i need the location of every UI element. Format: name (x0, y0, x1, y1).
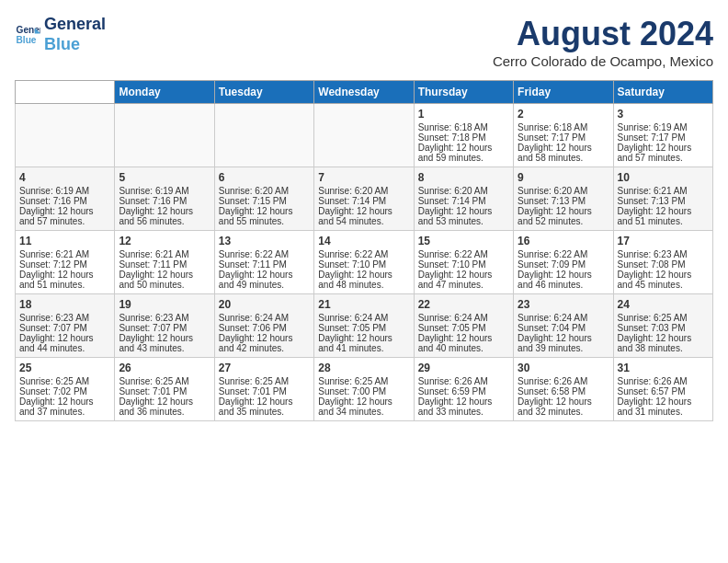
calendar-cell: 14Sunrise: 6:22 AMSunset: 7:10 PMDayligh… (314, 231, 414, 294)
weekday-header: Saturday (613, 81, 712, 104)
day-info: Sunset: 7:18 PM (418, 132, 509, 143)
day-info: and 55 minutes. (219, 216, 310, 226)
day-info: Daylight: 12 hours (119, 333, 210, 343)
calendar-table: SundayMondayTuesdayWednesdayThursdayFrid… (15, 80, 713, 421)
day-info: Sunrise: 6:24 AM (318, 313, 409, 323)
day-number: 1 (418, 108, 509, 121)
day-number: 27 (219, 362, 310, 374)
day-info: and 48 minutes. (318, 280, 409, 290)
day-info: Sunrise: 6:23 AM (618, 249, 709, 259)
day-info: Sunrise: 6:22 AM (219, 249, 310, 259)
day-info: Daylight: 12 hours (318, 396, 409, 407)
day-info: Sunrise: 6:26 AM (518, 376, 609, 386)
weekday-header: Monday (115, 81, 214, 104)
logo-general: General (44, 15, 106, 35)
day-number: 7 (318, 171, 409, 184)
day-number: 3 (618, 108, 709, 121)
day-info: Sunset: 7:11 PM (119, 259, 210, 270)
day-info: and 34 minutes. (318, 407, 409, 417)
day-info: Sunrise: 6:25 AM (219, 376, 310, 386)
day-info: Sunrise: 6:19 AM (19, 186, 110, 196)
calendar-cell (314, 104, 414, 167)
day-number: 22 (418, 298, 509, 311)
day-info: and 57 minutes. (19, 216, 110, 226)
day-info: Daylight: 12 hours (119, 270, 210, 280)
day-info: Daylight: 12 hours (219, 396, 310, 407)
day-info: Sunrise: 6:20 AM (518, 186, 609, 196)
day-number: 29 (418, 362, 509, 374)
day-info: and 51 minutes. (19, 280, 110, 290)
calendar-cell: 12Sunrise: 6:21 AMSunset: 7:11 PMDayligh… (115, 231, 214, 294)
calendar-cell: 6Sunrise: 6:20 AMSunset: 7:15 PMDaylight… (214, 167, 313, 231)
day-info: and 33 minutes. (418, 407, 509, 417)
day-info: and 58 minutes. (518, 153, 609, 163)
calendar-cell: 25Sunrise: 6:25 AMSunset: 7:02 PMDayligh… (16, 358, 115, 421)
day-info: Daylight: 12 hours (418, 206, 509, 216)
day-info: Daylight: 12 hours (219, 206, 310, 216)
day-info: Sunrise: 6:20 AM (219, 186, 310, 196)
day-info: Sunset: 7:10 PM (318, 259, 409, 270)
calendar-cell: 24Sunrise: 6:25 AMSunset: 7:03 PMDayligh… (613, 294, 712, 358)
day-info: Daylight: 12 hours (219, 333, 310, 343)
day-info: Sunrise: 6:24 AM (219, 313, 310, 323)
day-info: Daylight: 12 hours (318, 206, 409, 216)
weekday-header: Thursday (414, 81, 513, 104)
month-title: August 2024 (493, 15, 713, 53)
day-info: and 52 minutes. (518, 216, 609, 226)
day-info: and 44 minutes. (19, 343, 110, 353)
day-info: Sunrise: 6:21 AM (618, 186, 709, 196)
day-info: Sunset: 7:12 PM (19, 259, 110, 270)
day-info: Daylight: 12 hours (518, 143, 609, 153)
calendar-cell (115, 104, 214, 167)
day-info: and 57 minutes. (618, 153, 709, 163)
day-info: Sunset: 7:14 PM (418, 196, 509, 206)
day-number: 12 (119, 235, 210, 247)
day-info: Sunset: 7:14 PM (318, 196, 409, 206)
day-number: 14 (318, 235, 409, 247)
calendar-cell: 9Sunrise: 6:20 AMSunset: 7:13 PMDaylight… (514, 167, 613, 231)
day-number: 4 (19, 171, 110, 184)
day-number: 13 (219, 235, 310, 247)
day-info: Sunset: 6:59 PM (418, 386, 509, 396)
day-number: 19 (119, 298, 210, 311)
day-info: Sunset: 7:13 PM (518, 196, 609, 206)
calendar-week-row: 4Sunrise: 6:19 AMSunset: 7:16 PMDaylight… (16, 167, 713, 231)
day-info: and 39 minutes. (518, 343, 609, 353)
day-info: and 51 minutes. (618, 216, 709, 226)
calendar-cell: 16Sunrise: 6:22 AMSunset: 7:09 PMDayligh… (514, 231, 613, 294)
calendar-week-row: 1Sunrise: 6:18 AMSunset: 7:18 PMDaylight… (16, 104, 713, 167)
day-info: Daylight: 12 hours (19, 396, 110, 407)
day-info: and 56 minutes. (119, 216, 210, 226)
calendar-cell (16, 104, 115, 167)
calendar-week-row: 11Sunrise: 6:21 AMSunset: 7:12 PMDayligh… (16, 231, 713, 294)
day-info: Sunset: 7:08 PM (618, 259, 709, 270)
day-info: Sunset: 7:11 PM (219, 259, 310, 270)
weekday-row: SundayMondayTuesdayWednesdayThursdayFrid… (16, 81, 713, 104)
calendar-cell: 19Sunrise: 6:23 AMSunset: 7:07 PMDayligh… (115, 294, 214, 358)
calendar-cell: 10Sunrise: 6:21 AMSunset: 7:13 PMDayligh… (613, 167, 712, 231)
day-info: Daylight: 12 hours (19, 333, 110, 343)
day-info: Sunset: 7:17 PM (618, 132, 709, 143)
calendar-cell: 21Sunrise: 6:24 AMSunset: 7:05 PMDayligh… (314, 294, 414, 358)
logo: General Blue General Blue (15, 15, 106, 54)
day-info: Daylight: 12 hours (418, 396, 509, 407)
day-info: Daylight: 12 hours (418, 143, 509, 153)
day-number: 6 (219, 171, 310, 184)
calendar-cell: 20Sunrise: 6:24 AMSunset: 7:06 PMDayligh… (214, 294, 313, 358)
calendar-cell: 23Sunrise: 6:24 AMSunset: 7:04 PMDayligh… (514, 294, 613, 358)
day-info: Daylight: 12 hours (518, 396, 609, 407)
day-info: Sunset: 7:10 PM (418, 259, 509, 270)
day-info: and 36 minutes. (119, 407, 210, 417)
day-info: and 47 minutes. (418, 280, 509, 290)
logo-blue: Blue (44, 35, 106, 55)
day-info: Sunrise: 6:18 AM (518, 122, 609, 132)
day-info: Sunrise: 6:22 AM (318, 249, 409, 259)
day-info: Sunset: 7:17 PM (518, 132, 609, 143)
day-info: Sunrise: 6:21 AM (19, 249, 110, 259)
day-info: Sunrise: 6:23 AM (19, 313, 110, 323)
logo-icon: General Blue (15, 22, 40, 48)
day-info: and 31 minutes. (618, 407, 709, 417)
day-info: and 53 minutes. (418, 216, 509, 226)
calendar-cell: 11Sunrise: 6:21 AMSunset: 7:12 PMDayligh… (16, 231, 115, 294)
calendar-cell: 29Sunrise: 6:26 AMSunset: 6:59 PMDayligh… (414, 358, 513, 421)
